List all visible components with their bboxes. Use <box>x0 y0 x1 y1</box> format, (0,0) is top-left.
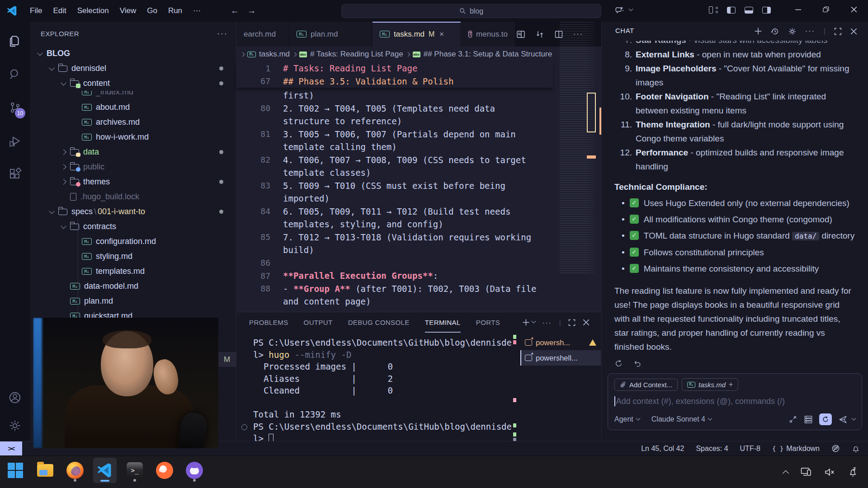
forward-arrow-button[interactable]: → <box>247 6 256 16</box>
breadcrumb-item[interactable]: # Tasks: Reading List Page <box>310 50 403 59</box>
panel-tab-debug-console[interactable]: DEBUG CONSOLE <box>348 312 410 333</box>
undo-icon[interactable] <box>633 359 642 368</box>
taskbar-windows-terminal[interactable]: >_ <box>123 458 146 483</box>
customize-layout-icon[interactable] <box>709 6 718 14</box>
terminal-instance[interactable]: powersh... <box>520 335 601 350</box>
auto-approve-toggle-icon[interactable] <box>819 413 832 425</box>
taskbar-vscode[interactable] <box>93 458 117 483</box>
toggle-panel-icon[interactable] <box>745 7 753 14</box>
tab-planmd[interactable]: M↓plan.md <box>289 22 373 47</box>
chat-input-box[interactable]: Add Context... M↓ tasks.md + Add context… <box>608 373 862 430</box>
taskbar-github-desktop[interactable] <box>183 458 206 483</box>
menu-overflow[interactable]: ··· <box>188 5 206 17</box>
panel-tab-output[interactable]: OUTPUT <box>304 312 333 333</box>
command-center-search[interactable]: blog <box>341 4 601 18</box>
panel-maximize-icon[interactable] <box>568 319 576 326</box>
chat-maximize-icon[interactable] <box>834 28 842 35</box>
taskbar-file-explorer[interactable] <box>33 458 57 483</box>
menu-edit[interactable]: Edit <box>47 5 71 17</box>
menu-selection[interactable]: Selection <box>72 5 114 17</box>
status-item[interactable]: UTF-8 <box>740 445 760 453</box>
close-tab-icon[interactable]: × <box>439 30 443 38</box>
explorer-view-icon[interactable] <box>5 29 25 52</box>
cast-display-icon[interactable] <box>801 467 811 477</box>
mcp-servers-icon[interactable] <box>804 415 813 424</box>
copilot-status-icon[interactable] <box>831 444 840 453</box>
tree-item[interactable]: M↓about.md <box>30 100 236 115</box>
toggle-primary-sidebar-icon[interactable] <box>727 7 736 14</box>
tree-item[interactable]: public <box>30 160 236 174</box>
breadcrumb[interactable]: M↓tasks.mdabc# Tasks: Reading List Pagea… <box>236 47 601 62</box>
current-file-chip[interactable]: M↓ tasks.md + <box>682 378 738 391</box>
focus-assist-bell-icon[interactable] <box>848 467 858 478</box>
taskbar-windows-start[interactable] <box>4 458 27 483</box>
minimap[interactable] <box>560 22 595 275</box>
close-window-button[interactable] <box>840 0 868 19</box>
menu-view[interactable]: View <box>114 5 142 17</box>
new-chat-icon[interactable] <box>754 27 762 35</box>
terminal-more-actions-icon[interactable]: ··· <box>542 319 552 326</box>
tree-item[interactable]: M↓templates.md <box>30 264 236 279</box>
status-item[interactable]: Ln 45, Col 42 <box>641 445 684 453</box>
taskbar-postman[interactable] <box>153 458 176 483</box>
tab-menusto[interactable]: Tmenus.to <box>461 22 515 47</box>
panel-tab-problems[interactable]: PROBLEMS <box>249 312 288 333</box>
tree-item[interactable]: data <box>30 145 236 160</box>
configure-tools-icon[interactable] <box>788 415 797 424</box>
tree-item[interactable]: M↓data-model.md <box>30 279 236 294</box>
tree-item[interactable]: .hugo_build.lock <box>30 189 236 204</box>
tab-earchmd[interactable]: earch.md <box>236 22 289 47</box>
run-debug-view-icon[interactable] <box>5 129 25 153</box>
chat-text-input[interactable]: Add context (#), extensions (@), command… <box>614 396 855 406</box>
back-arrow-button[interactable]: ← <box>231 6 239 16</box>
tree-item[interactable]: contracts <box>30 219 236 234</box>
panel-tab-terminal[interactable]: TERMINAL <box>425 312 461 333</box>
account-icon[interactable] <box>5 386 25 409</box>
source-control-view-icon[interactable]: 10 <box>5 96 25 119</box>
add-context-button[interactable]: Add Context... <box>614 379 678 391</box>
restore-button[interactable] <box>812 0 840 19</box>
chat-tab[interactable]: CHAT <box>615 27 634 36</box>
mode-selector[interactable]: Agent <box>614 415 640 423</box>
volume-muted-icon[interactable] <box>824 467 835 477</box>
breadcrumb-item[interactable]: tasks.md <box>259 50 290 59</box>
rerun-icon[interactable] <box>614 359 623 368</box>
search-view-icon[interactable] <box>5 62 25 86</box>
breadcrumb-item[interactable]: ## Phase 3.1: Setup & Data Structure <box>424 50 552 59</box>
chat-more-actions-icon[interactable]: ··· <box>805 27 815 35</box>
explorer-more-actions-icon[interactable]: ··· <box>217 29 228 38</box>
tab-tasksmd[interactable]: M↓tasks.mdM× <box>373 22 461 47</box>
send-button[interactable] <box>838 415 855 424</box>
panel-tab-ports[interactable]: PORTS <box>476 312 500 333</box>
tree-item[interactable]: specs\001-i-want-to <box>30 204 236 219</box>
menu-file[interactable]: File <box>24 5 47 17</box>
minimize-button[interactable] <box>784 0 812 19</box>
menu-go[interactable]: Go <box>142 5 163 17</box>
copilot-menu-button[interactable] <box>615 5 632 15</box>
chat-history-icon[interactable] <box>771 27 779 36</box>
tree-item[interactable]: content <box>30 76 236 91</box>
taskbar-firefox[interactable] <box>63 458 87 483</box>
settings-gear-icon[interactable] <box>5 414 25 437</box>
language-mode[interactable]: { }Markdown <box>772 445 820 453</box>
tree-item[interactable]: themes <box>30 174 236 189</box>
terminal-output[interactable]: PS C:\Users\endless\Documents\GitHub\blo… <box>253 338 512 446</box>
remote-indicator[interactable]: >< <box>0 441 22 455</box>
tree-item[interactable]: M↓archives.md <box>30 115 236 130</box>
tree-item[interactable]: dennisdel <box>30 61 236 76</box>
tree-item[interactable]: M↓styling.md <box>30 249 236 264</box>
chat-settings-gear-icon[interactable] <box>788 27 797 36</box>
status-item[interactable]: Spaces: 4 <box>696 445 728 453</box>
model-selector[interactable]: Claude Sonnet 4 <box>651 415 712 423</box>
panel-close-icon[interactable] <box>583 319 590 326</box>
tree-item[interactable]: M↓_index.md <box>30 91 236 100</box>
new-terminal-icon[interactable] <box>522 319 535 326</box>
extensions-view-icon[interactable] <box>5 163 25 186</box>
tree-item[interactable]: M↓plan.md <box>30 294 236 309</box>
tray-expand-icon[interactable] <box>783 470 789 477</box>
tree-item[interactable]: M↓how-i-work.md <box>30 130 236 145</box>
editor-code[interactable]: 1# Tasks: Reading List Page67## Phase 3.… <box>236 62 553 308</box>
terminal-instance[interactable]: powershell... <box>520 350 601 366</box>
notifications-bell-icon[interactable] <box>852 445 860 453</box>
open-preview-icon[interactable] <box>516 30 525 39</box>
